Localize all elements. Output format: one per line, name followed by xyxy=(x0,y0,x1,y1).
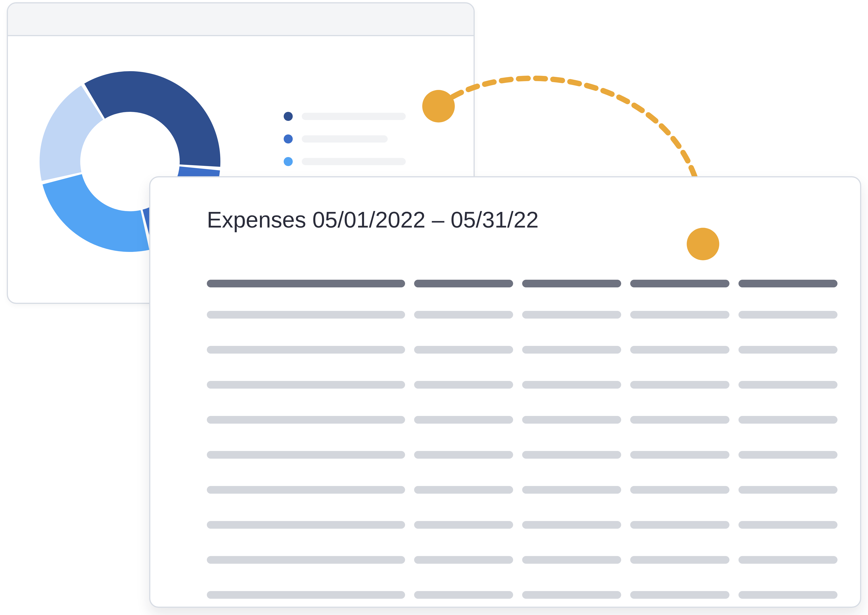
legend-label-placeholder xyxy=(302,158,406,165)
cell-placeholder xyxy=(630,486,729,494)
legend-item xyxy=(284,134,442,144)
legend-dot-icon xyxy=(284,134,293,144)
legend-dot-icon xyxy=(284,157,293,166)
cell-placeholder xyxy=(207,486,405,494)
cell-placeholder xyxy=(630,591,729,599)
legend-dot-icon xyxy=(284,112,293,121)
cell-placeholder xyxy=(630,381,729,389)
column-header-placeholder xyxy=(522,280,621,287)
column-header-placeholder xyxy=(630,280,729,287)
cell-placeholder xyxy=(738,556,837,564)
cell-placeholder xyxy=(414,346,513,354)
cell-placeholder xyxy=(414,416,513,424)
cell-placeholder xyxy=(414,381,513,389)
cell-placeholder xyxy=(630,556,729,564)
cell-placeholder xyxy=(630,521,729,529)
legend-item xyxy=(284,112,442,121)
cell-placeholder xyxy=(207,521,405,529)
donut-slice xyxy=(42,174,149,252)
legend-item xyxy=(284,157,442,166)
cell-placeholder xyxy=(738,521,837,529)
donut-slice xyxy=(84,71,221,167)
cell-placeholder xyxy=(630,416,729,424)
window-titlebar xyxy=(8,3,474,36)
cell-placeholder xyxy=(738,486,837,494)
cell-placeholder xyxy=(522,381,621,389)
sheet-title: Expenses 05/01/2022 – 05/31/22 xyxy=(207,207,539,233)
cell-placeholder xyxy=(207,416,405,424)
legend-label-placeholder xyxy=(302,113,406,120)
cell-placeholder xyxy=(414,486,513,494)
cell-placeholder xyxy=(207,381,405,389)
cell-placeholder xyxy=(522,451,621,459)
cell-placeholder xyxy=(522,416,621,424)
cell-placeholder xyxy=(414,521,513,529)
cell-placeholder xyxy=(630,311,729,318)
cell-placeholder xyxy=(738,381,837,389)
cell-placeholder xyxy=(738,591,837,599)
sheet-window: Expenses 05/01/2022 – 05/31/22 xyxy=(149,176,861,608)
cell-placeholder xyxy=(738,451,837,459)
cell-placeholder xyxy=(414,311,513,318)
cell-placeholder xyxy=(207,311,405,318)
chart-legend xyxy=(284,112,442,180)
sheet-grid xyxy=(207,270,846,588)
cell-placeholder xyxy=(414,591,513,599)
cell-placeholder xyxy=(207,556,405,564)
cell-placeholder xyxy=(630,451,729,459)
legend-label-placeholder xyxy=(302,135,388,142)
cell-placeholder xyxy=(522,591,621,599)
column-header-placeholder xyxy=(414,280,513,287)
cell-placeholder xyxy=(207,591,405,599)
column-header-placeholder xyxy=(738,280,837,287)
cell-placeholder xyxy=(630,346,729,354)
cell-placeholder xyxy=(522,556,621,564)
cell-placeholder xyxy=(738,311,837,318)
cell-placeholder xyxy=(414,556,513,564)
cell-placeholder xyxy=(522,346,621,354)
donut-slice xyxy=(39,86,103,181)
cell-placeholder xyxy=(414,451,513,459)
cell-placeholder xyxy=(522,521,621,529)
cell-placeholder xyxy=(738,416,837,424)
cell-placeholder xyxy=(522,486,621,494)
cell-placeholder xyxy=(207,451,405,459)
column-header-placeholder xyxy=(207,280,405,287)
cell-placeholder xyxy=(207,346,405,354)
cell-placeholder xyxy=(738,346,837,354)
cell-placeholder xyxy=(522,311,621,318)
